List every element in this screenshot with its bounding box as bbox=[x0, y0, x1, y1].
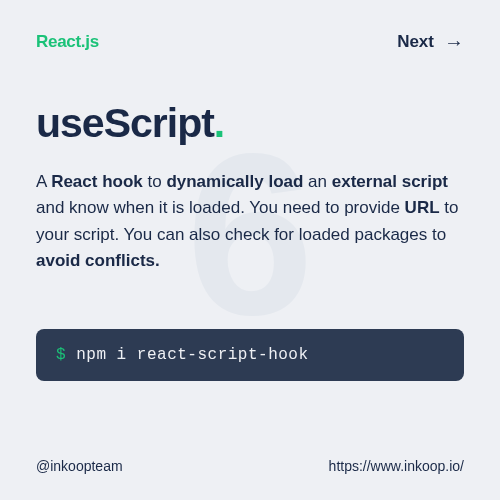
footer: @inkoopteam https://www.inkoop.io/ bbox=[36, 458, 464, 474]
terminal-prompt: $ bbox=[56, 346, 66, 364]
desc-t3: an bbox=[303, 172, 331, 191]
desc-b1: React hook bbox=[51, 172, 143, 191]
page-title: useScript. bbox=[36, 100, 464, 147]
header: React.js Next → bbox=[36, 32, 464, 52]
desc-t1: A bbox=[36, 172, 51, 191]
title-dot: . bbox=[214, 100, 224, 146]
desc-b4: URL bbox=[405, 198, 440, 217]
arrow-right-icon: → bbox=[444, 32, 464, 52]
desc-t4: and know when it is loaded. You need to … bbox=[36, 198, 405, 217]
desc-b2: dynamically load bbox=[166, 172, 303, 191]
desc-b3: external script bbox=[332, 172, 448, 191]
terminal-command: npm i react-script-hook bbox=[66, 346, 308, 364]
terminal-block: $ npm i react-script-hook bbox=[36, 329, 464, 381]
brand-label: React.js bbox=[36, 32, 99, 52]
title-text: useScript bbox=[36, 100, 214, 146]
next-link[interactable]: Next → bbox=[397, 32, 464, 52]
next-label: Next bbox=[397, 32, 434, 52]
description: A React hook to dynamically load an exte… bbox=[36, 169, 464, 274]
main-content: useScript. A React hook to dynamically l… bbox=[36, 100, 464, 381]
footer-url: https://www.inkoop.io/ bbox=[329, 458, 464, 474]
desc-b5: avoid conflicts. bbox=[36, 251, 160, 270]
desc-t2: to bbox=[143, 172, 167, 191]
footer-handle: @inkoopteam bbox=[36, 458, 123, 474]
